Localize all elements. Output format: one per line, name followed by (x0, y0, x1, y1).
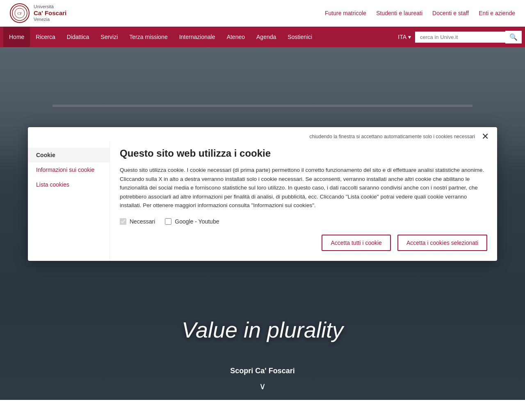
cookie-modal-body: Cookie Informazioni sui cookie Lista coo… (28, 141, 497, 261)
search-icon: 🔍 (509, 34, 518, 41)
university-name-line2: Ca' Foscari (34, 9, 66, 17)
logo-text: Università Ca' Foscari Venezia (34, 4, 66, 22)
cookie-modal-header: chiudendo la finestra si accettano autom… (28, 127, 497, 141)
checkbox-necessari[interactable] (120, 218, 126, 225)
cookie-close-button[interactable]: ✕ (482, 132, 489, 141)
cookie-sidebar-info[interactable]: Informazioni sui cookie (28, 162, 110, 177)
cookie-sidebar: Cookie Informazioni sui cookie Lista coo… (28, 141, 110, 261)
nav-ricerca[interactable]: Ricerca (30, 27, 61, 47)
hero-discover[interactable]: Scopri Ca' Foscari (0, 367, 525, 375)
cookie-actions: Accetta tutti i cookie Accetta i cookies… (120, 235, 487, 251)
hero-scroll-chevron[interactable]: ∨ (0, 381, 525, 392)
language-label: ITA (398, 34, 406, 40)
link-docenti-staff[interactable]: Docenti e staff (432, 10, 469, 16)
chevron-down-icon: ▾ (408, 34, 411, 40)
logo-area[interactable]: CF Università Ca' Foscari Venezia (10, 3, 66, 23)
top-links: Future matricole Studenti e laureati Doc… (325, 10, 515, 16)
university-name-line1: Università (34, 4, 66, 9)
cookie-option-necessari[interactable]: Necessari (120, 218, 155, 225)
search-area: ITA ▾ 🔍 (394, 31, 522, 43)
accept-selected-cookies-button[interactable]: Accetta i cookies selezionati (397, 235, 487, 251)
search-input[interactable] (415, 32, 505, 43)
nav-home[interactable]: Home (3, 27, 30, 47)
cookie-content: Questo sito web utilizza i cookie Questo… (110, 141, 497, 261)
nav-terza-missione[interactable]: Terza missione (123, 27, 173, 47)
nav-servizi[interactable]: Servizi (95, 27, 123, 47)
nav-sostienici[interactable]: Sostienici (282, 27, 318, 47)
cookie-label-necessari: Necessari (130, 218, 155, 225)
search-button[interactable]: 🔍 (505, 31, 522, 43)
cookie-option-google-youtube[interactable]: Google - Youtube (165, 218, 219, 225)
cookie-modal: chiudendo la finestra si accettano autom… (28, 127, 497, 261)
cookie-label-google-youtube: Google - Youtube (175, 218, 219, 225)
cookie-title: Questo sito web utilizza i cookie (120, 148, 487, 159)
link-studenti-laureati[interactable]: Studenti e laureati (376, 10, 422, 16)
checkbox-google-youtube[interactable] (165, 218, 171, 225)
cookie-dismiss-note: chiudendo la finestra si accettano autom… (36, 134, 482, 139)
cookie-sidebar-cookie[interactable]: Cookie (28, 148, 110, 162)
nav-internazionale[interactable]: Internazionale (173, 27, 221, 47)
svg-text:CF: CF (17, 11, 22, 16)
university-logo: CF (10, 3, 30, 23)
top-bar: CF Università Ca' Foscari Venezia Future… (0, 0, 525, 27)
language-selector[interactable]: ITA ▾ (394, 34, 415, 40)
hero-tagline: Value in plurality (0, 317, 525, 342)
nav-agenda[interactable]: Agenda (251, 27, 282, 47)
link-enti-aziende[interactable]: Enti e aziende (479, 10, 515, 16)
accept-all-cookies-button[interactable]: Accetta tutti i cookie (322, 235, 391, 251)
nav-bar: Home Ricerca Didattica Servizi Terza mis… (0, 27, 525, 47)
nav-didattica[interactable]: Didattica (61, 27, 95, 47)
nav-ateneo[interactable]: Ateneo (221, 27, 251, 47)
cookie-description: Questo sito utilizza cookie. I cookie ne… (120, 166, 487, 210)
cookie-options: Necessari Google - Youtube (120, 218, 487, 225)
university-name-line3: Venezia (34, 17, 66, 22)
link-future-matricole[interactable]: Future matricole (325, 10, 366, 16)
cookie-sidebar-list[interactable]: Lista cookies (28, 177, 110, 192)
